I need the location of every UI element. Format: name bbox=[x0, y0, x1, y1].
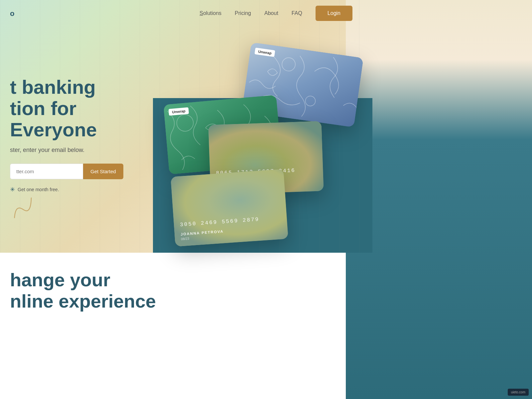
cards-area: Unwrap bbox=[153, 40, 386, 266]
watermark: uieto.com bbox=[508, 389, 529, 396]
bottom-title: hange your nline experience bbox=[10, 269, 156, 312]
email-form: Get Started bbox=[10, 164, 153, 179]
login-button[interactable]: Login bbox=[316, 6, 352, 21]
bottom-title-line2: nline experience bbox=[10, 291, 156, 312]
free-offer: ✳ Get one month free. bbox=[10, 186, 153, 193]
squiggle-decoration bbox=[8, 194, 39, 226]
nav-about[interactable]: About bbox=[264, 10, 278, 16]
navbar: Solutions Pricing About FAQ Login bbox=[0, 0, 372, 27]
bottom-section: hange your nline experience bbox=[0, 269, 156, 312]
nav-solutions-text: olutions bbox=[203, 10, 221, 16]
hero-title-line2: tion for Everyone bbox=[10, 97, 97, 140]
nav-faq[interactable]: FAQ bbox=[292, 10, 302, 16]
bank-card-4: 3050 2469 5569 2879 JOANNA PETROVA 08/23 bbox=[171, 169, 288, 246]
hero-section: t banking tion for Everyone ster, enter … bbox=[0, 76, 153, 193]
nav-pricing[interactable]: Pricing bbox=[235, 10, 251, 16]
asterisk-icon: ✳ bbox=[10, 186, 15, 193]
email-input[interactable] bbox=[10, 164, 83, 179]
hero-subtitle: ster, enter your email below. bbox=[10, 147, 153, 154]
bottom-title-line1: hange your bbox=[10, 269, 110, 290]
offer-text: Get one month free. bbox=[18, 187, 59, 192]
get-started-button[interactable]: Get Started bbox=[83, 164, 123, 179]
nav-links: Solutions Pricing About FAQ Login bbox=[200, 6, 352, 21]
card-4-expiry: 08/23 bbox=[181, 237, 190, 241]
solutions-underline-letter: S bbox=[200, 10, 203, 16]
nav-solutions[interactable]: Solutions bbox=[200, 10, 221, 16]
hero-title: t banking tion for Everyone bbox=[10, 76, 153, 140]
hero-title-line1: t banking bbox=[10, 76, 96, 98]
